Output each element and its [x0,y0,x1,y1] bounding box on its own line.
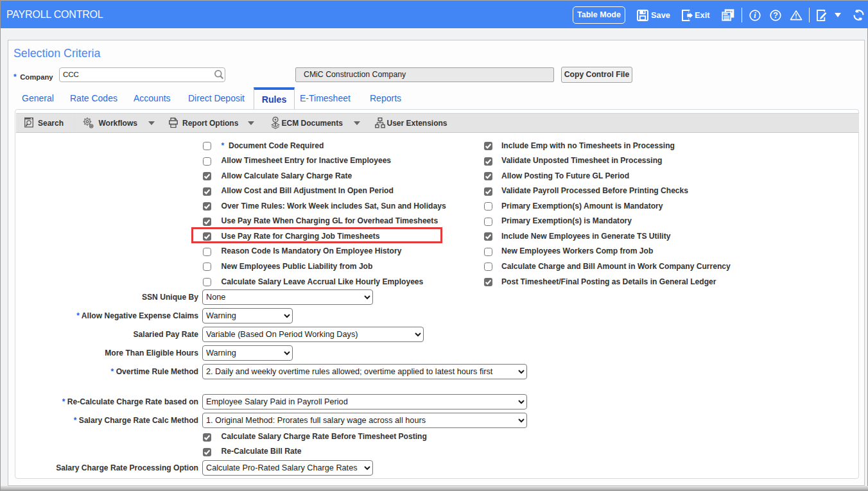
svg-text:?: ? [773,11,778,20]
svg-text:i: i [754,10,756,20]
